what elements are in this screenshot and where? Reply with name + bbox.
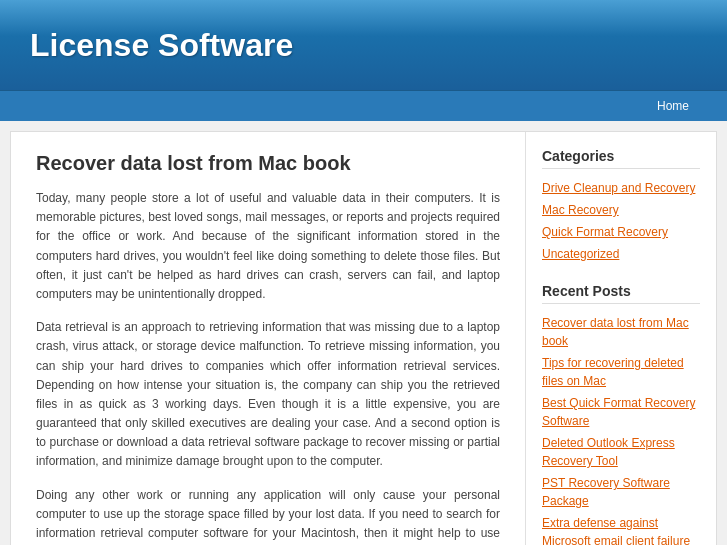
recent-posts-list: Recover data lost from Mac book Tips for… <box>542 314 700 545</box>
list-item: Tips for recovering deleted files on Mac <box>542 354 700 390</box>
recent-post-link-3[interactable]: Best Quick Format Recovery Software <box>542 396 695 428</box>
list-item: Best Quick Format Recovery Software <box>542 394 700 430</box>
recent-posts-heading: Recent Posts <box>542 283 700 304</box>
category-link-uncategorized[interactable]: Uncategorized <box>542 247 619 261</box>
post1-para2: Data retrieval is an approach to retriev… <box>36 318 500 472</box>
list-item: Extra defense against Microsoft email cl… <box>542 514 700 545</box>
list-item: Quick Format Recovery <box>542 223 700 241</box>
recent-post-link-1[interactable]: Recover data lost from Mac book <box>542 316 689 348</box>
nav-bar: Home <box>0 90 727 121</box>
recent-post-link-6[interactable]: Extra defense against Microsoft email cl… <box>542 516 690 545</box>
list-item: Drive Cleanup and Recovery <box>542 179 700 197</box>
categories-list: Drive Cleanup and Recovery Mac Recovery … <box>542 179 700 263</box>
category-link-mac-recovery[interactable]: Mac Recovery <box>542 203 619 217</box>
post1-para1: Today, many people store a lot of useful… <box>36 189 500 304</box>
recent-post-link-4[interactable]: Deleted Outlook Express Recovery Tool <box>542 436 675 468</box>
category-link-quick-format[interactable]: Quick Format Recovery <box>542 225 668 239</box>
page-wrapper: Recover data lost from Mac book Today, m… <box>0 121 727 545</box>
list-item: Uncategorized <box>542 245 700 263</box>
site-title: License Software <box>30 27 293 64</box>
categories-heading: Categories <box>542 148 700 169</box>
list-item: Deleted Outlook Express Recovery Tool <box>542 434 700 470</box>
category-link-drive[interactable]: Drive Cleanup and Recovery <box>542 181 695 195</box>
post1-para3: Doing any other work or running any appl… <box>36 486 500 545</box>
sidebar: Categories Drive Cleanup and Recovery Ma… <box>526 132 716 545</box>
list-item: PST Recovery Software Package <box>542 474 700 510</box>
site-header: License Software <box>0 0 727 90</box>
list-item: Mac Recovery <box>542 201 700 219</box>
nav-home-link[interactable]: Home <box>649 97 697 115</box>
list-item: Recover data lost from Mac book <box>542 314 700 350</box>
content-area: Recover data lost from Mac book Today, m… <box>10 131 717 545</box>
recent-post-link-5[interactable]: PST Recovery Software Package <box>542 476 670 508</box>
post1-title: Recover data lost from Mac book <box>36 152 500 175</box>
main-content: Recover data lost from Mac book Today, m… <box>11 132 526 545</box>
recent-post-link-2[interactable]: Tips for recovering deleted files on Mac <box>542 356 684 388</box>
